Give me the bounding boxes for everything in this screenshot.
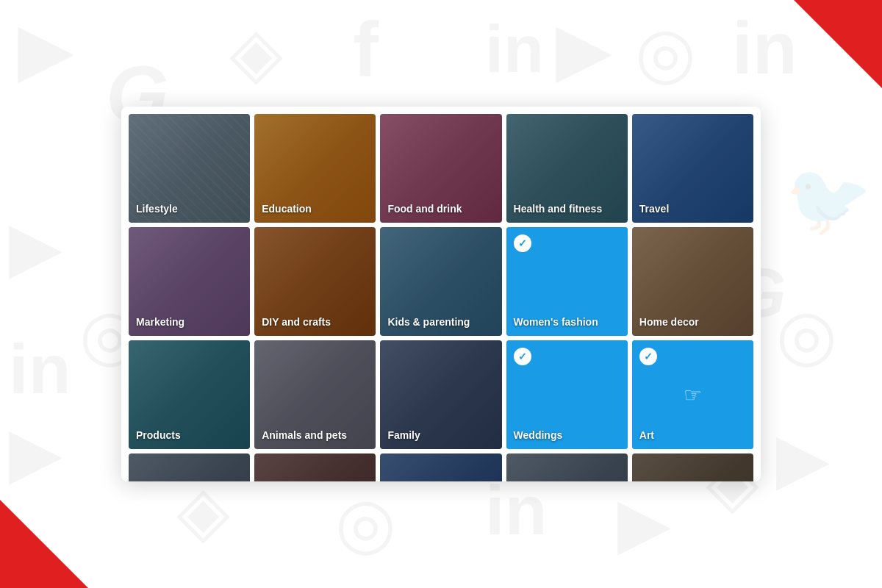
category-item-more4[interactable]	[506, 453, 628, 481]
category-item-home-decor[interactable]: Home decor	[632, 227, 753, 336]
category-label-womens-fashion: Women's fashion	[514, 316, 598, 329]
category-label-food-drink: Food and drink	[387, 203, 462, 215]
category-label-marketing: Marketing	[136, 316, 184, 329]
category-label-health-fitness: Health and fitness	[514, 203, 603, 215]
category-grid: LifestyleEducationFood and drinkHealth a…	[129, 114, 753, 481]
category-item-marketing[interactable]: Marketing	[129, 227, 250, 336]
category-item-animals-pets[interactable]: Animals and pets	[254, 340, 376, 449]
category-bg-more1	[129, 453, 250, 481]
cursor-icon: ☞	[684, 383, 702, 407]
category-bg-more5	[632, 453, 753, 481]
category-item-more3[interactable]	[380, 453, 501, 481]
category-label-animals-pets: Animals and pets	[262, 429, 347, 442]
category-item-more2[interactable]	[254, 453, 376, 481]
category-item-more5[interactable]	[632, 453, 753, 481]
category-label-diy-crafts: DIY and crafts	[262, 316, 331, 329]
category-label-education: Education	[262, 203, 312, 215]
category-item-lifestyle[interactable]: Lifestyle	[129, 114, 250, 223]
category-bg-more4	[506, 453, 628, 481]
category-selector-card: LifestyleEducationFood and drinkHealth a…	[121, 107, 761, 481]
category-bg-more2	[254, 453, 376, 481]
category-item-more1[interactable]	[129, 453, 250, 481]
category-item-travel[interactable]: Travel	[632, 114, 753, 223]
category-label-art: Art	[639, 429, 654, 442]
category-label-products: Products	[136, 429, 181, 442]
category-item-health-fitness[interactable]: Health and fitness	[506, 114, 628, 223]
checkmark-womens-fashion	[514, 234, 531, 252]
category-label-weddings: Weddings	[514, 429, 563, 442]
category-bg-more3	[380, 453, 501, 481]
category-label-family: Family	[387, 429, 420, 442]
category-grid-scroll[interactable]: LifestyleEducationFood and drinkHealth a…	[121, 107, 761, 481]
checkmark-weddings	[514, 348, 531, 365]
category-item-weddings[interactable]: Weddings	[506, 340, 628, 449]
category-item-diy-crafts[interactable]: DIY and crafts	[254, 227, 376, 336]
category-item-kids-parenting[interactable]: Kids & parenting	[380, 227, 501, 336]
category-item-womens-fashion[interactable]: Women's fashion	[506, 227, 628, 336]
category-item-art[interactable]: Art☞	[632, 340, 753, 449]
category-item-family[interactable]: Family	[380, 340, 501, 449]
checkmark-art	[639, 348, 657, 365]
category-label-lifestyle: Lifestyle	[136, 203, 178, 215]
category-item-products[interactable]: Products	[129, 340, 250, 449]
category-item-education[interactable]: Education	[254, 114, 376, 223]
category-label-home-decor: Home decor	[639, 316, 699, 329]
category-item-food-drink[interactable]: Food and drink	[380, 114, 501, 223]
category-label-kids-parenting: Kids & parenting	[387, 316, 470, 329]
category-label-travel: Travel	[639, 203, 669, 215]
